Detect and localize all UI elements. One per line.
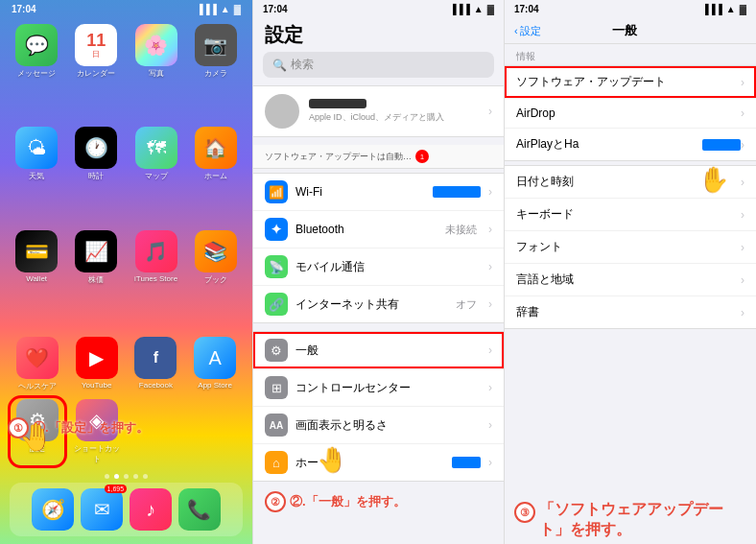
display-row-icon: AA xyxy=(265,414,288,437)
app-photos[interactable]: 🌸 写真 xyxy=(131,24,181,117)
nav-bar-general: ‹ 設定 一般 xyxy=(505,16,756,44)
profile-text: Apple ID、iCloud、メディアと購入 xyxy=(309,99,479,124)
airplay-value-bar xyxy=(702,139,741,151)
settings-network-section: 📶 Wi-Fi › ✦ Bluetooth 未接続 › 📡 モバイル通信 › 🔗… xyxy=(253,173,504,323)
airdrop-row[interactable]: AirDrop › xyxy=(505,99,756,129)
datetime-chevron: › xyxy=(741,176,744,189)
back-label: 設定 xyxy=(520,24,541,38)
app-maps-label: マップ xyxy=(145,171,168,181)
app-calendar[interactable]: 11日 カレンダー xyxy=(71,24,121,117)
home3-label: ホー xyxy=(295,455,444,471)
app-calendar-label: カレンダー xyxy=(77,68,115,79)
datetime-row[interactable]: 日付と時刻 › xyxy=(505,166,756,199)
annotation-3: ③ 「ソフトウェアアップデート」を押す。 xyxy=(505,496,756,544)
battery-icon: ▓ xyxy=(234,4,241,14)
app-maps[interactable]: 🗺 マップ xyxy=(131,127,181,220)
software-update-row[interactable]: ソフトウェア・アップデート › xyxy=(505,66,756,99)
app-youtube[interactable]: ▶ YouTube xyxy=(71,337,123,391)
app-facebook-icon: f xyxy=(134,337,177,379)
app-wallet-label: Wallet xyxy=(26,274,47,283)
circle-num-1: ① xyxy=(8,417,29,438)
app-calendar-icon: 11日 xyxy=(75,24,117,66)
app-stocks[interactable]: 📈 株価 xyxy=(71,230,121,323)
app-empty2 xyxy=(189,399,241,464)
app-books-label: ブック xyxy=(204,274,227,285)
keyboard-row[interactable]: キーボード › xyxy=(505,199,756,231)
app-messages-label: メッセージ xyxy=(17,68,56,79)
dock-safari[interactable]: 🧭 xyxy=(32,488,74,531)
mobile-row-icon: 📡 xyxy=(265,255,288,278)
general-label: 一般 xyxy=(295,343,481,359)
app-health[interactable]: ❤️ ヘルスケア xyxy=(12,337,63,391)
dock-music[interactable]: ♪ xyxy=(130,488,172,531)
settings-row-control[interactable]: ⊞ コントロールセンター › xyxy=(253,369,504,407)
settings-row-mobile[interactable]: 📡 モバイル通信 › xyxy=(253,248,504,286)
wifi-chevron: › xyxy=(488,185,492,199)
annotation-1: ① ①.「設定」を押す。 xyxy=(8,417,149,438)
bt-value: 未接続 xyxy=(445,223,477,237)
update-badge: 1 xyxy=(415,150,429,163)
back-button[interactable]: ‹ 設定 xyxy=(514,24,541,38)
language-label: 言語と地域 xyxy=(516,272,741,288)
app-home-app[interactable]: 🏠 ホーム xyxy=(191,127,241,220)
settings-row-home3[interactable]: ⌂ ホー › xyxy=(253,444,504,481)
dock-music-icon: ♪ xyxy=(130,488,172,531)
settings-row-internet[interactable]: 🔗 インターネット共有 オフ › xyxy=(253,286,504,322)
app-wallet[interactable]: 💳 Wallet xyxy=(12,230,61,323)
app-itunes-icon: 🎵 xyxy=(135,230,177,272)
general-list: 情報 ソフトウェア・アップデート › AirDrop › AirPlayとHa … xyxy=(505,44,756,496)
app-appstore-icon: A xyxy=(194,337,236,379)
wifi-status-icon: ▲ xyxy=(221,4,230,14)
dock: 🧭 ✉ 1,695 ♪ 📞 xyxy=(10,483,243,536)
app-appstore[interactable]: A App Store xyxy=(189,337,241,391)
language-row[interactable]: 言語と地域 › xyxy=(505,264,756,296)
app-youtube-label: YouTube xyxy=(82,381,111,390)
dictionary-chevron: › xyxy=(741,306,744,319)
app-weather[interactable]: 🌤 天気 xyxy=(12,127,61,220)
annotation-2-text: ②.「一般」を押す。 xyxy=(290,493,406,510)
signal-icon-2: ▐▐▐ xyxy=(450,4,470,14)
signal-icon-3: ▐▐▐ xyxy=(702,4,722,14)
home3-chevron: › xyxy=(488,456,492,469)
settings-row-general[interactable]: ⚙ 一般 › xyxy=(253,332,504,369)
dictionary-row[interactable]: 辞書 › xyxy=(505,296,756,328)
search-bar[interactable]: 🔍 検索 xyxy=(263,52,494,78)
app-camera[interactable]: 📷 カメラ xyxy=(191,24,241,117)
wifi-label: Wi-Fi xyxy=(295,185,425,199)
dot-5 xyxy=(143,474,148,479)
status-time-home: 17:04 xyxy=(12,4,36,14)
language-chevron: › xyxy=(741,273,744,287)
settings-row-wifi[interactable]: 📶 Wi-Fi › xyxy=(253,174,504,211)
fonts-row[interactable]: フォント › xyxy=(505,231,756,264)
annotation-2: ② ②.「一般」を押す。 xyxy=(253,485,504,518)
dock-mail[interactable]: ✉ 1,695 xyxy=(81,488,123,531)
app-clock[interactable]: 🕐 時計 xyxy=(71,127,121,220)
status-icons-settings: ▐▐▐ ▲ ▓ xyxy=(450,4,494,14)
general-info-section: ソフトウェア・アップデート › AirDrop › AirPlayとHa › xyxy=(505,65,756,161)
airplay-row[interactable]: AirPlayとHa › xyxy=(505,129,756,160)
general-chevron: › xyxy=(488,343,492,357)
wifi-value-bar xyxy=(433,186,481,198)
page-dots xyxy=(0,470,252,483)
app-itunes[interactable]: 🎵 iTunes Store xyxy=(131,230,181,323)
app-books[interactable]: 📚 ブック xyxy=(191,230,241,323)
app-maps-icon: 🗺 xyxy=(135,127,177,169)
mobile-label: モバイル通信 xyxy=(295,259,481,275)
wifi-icon-2: ▲ xyxy=(474,4,484,14)
dot-2 xyxy=(114,474,119,479)
annotation-1-text: ①.「設定」を押す。 xyxy=(33,419,149,437)
dock-phone[interactable]: 📞 xyxy=(178,488,221,531)
circle-num-2: ② xyxy=(265,491,286,512)
settings-row-display[interactable]: AA 画面表示と明るさ › xyxy=(253,407,504,444)
app-facebook[interactable]: f Facebook xyxy=(130,337,182,391)
app-photos-label: 写真 xyxy=(149,68,164,79)
settings-row-bluetooth[interactable]: ✦ Bluetooth 未接続 › xyxy=(253,211,504,248)
fonts-label: フォント xyxy=(516,239,741,255)
profile-row[interactable]: Apple ID、iCloud、メディアと購入 › xyxy=(253,85,504,137)
profile-chevron: › xyxy=(488,105,492,118)
app-messages-icon: 💬 xyxy=(15,24,58,66)
internet-value: オフ xyxy=(456,297,477,312)
datetime-label: 日付と時刻 xyxy=(516,174,741,190)
general-row-icon: ⚙ xyxy=(265,339,288,362)
app-messages[interactable]: 💬 メッセージ xyxy=(12,24,61,117)
